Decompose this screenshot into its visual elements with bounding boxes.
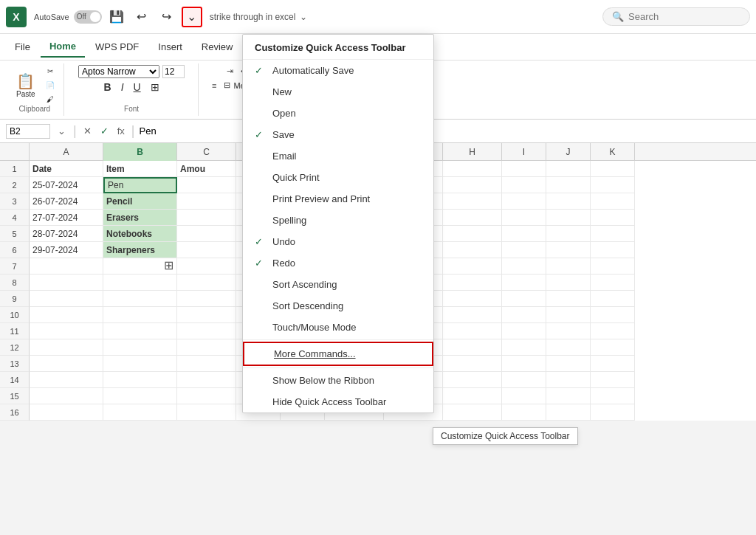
cell-b15[interactable] bbox=[103, 388, 177, 404]
undo-button[interactable]: ↩ bbox=[131, 7, 152, 27]
col-header-k[interactable]: K bbox=[591, 143, 635, 161]
copy-button[interactable]: 📄 bbox=[43, 80, 58, 91]
tab-insert[interactable]: Insert bbox=[149, 37, 191, 57]
cell-h2[interactable] bbox=[443, 177, 502, 193]
italic-button[interactable]: I bbox=[117, 80, 128, 94]
cell-j1[interactable] bbox=[546, 161, 591, 177]
cell-i13[interactable] bbox=[502, 356, 546, 372]
cell-i14[interactable] bbox=[502, 372, 546, 388]
format-painter-button[interactable]: 🖌 bbox=[43, 94, 58, 105]
cell-k13[interactable] bbox=[591, 356, 635, 372]
cell-c6[interactable] bbox=[177, 242, 236, 258]
cell-j5[interactable] bbox=[546, 226, 591, 242]
cell-h1[interactable] bbox=[443, 161, 502, 177]
font-family-select[interactable]: Aptos Narrow bbox=[78, 65, 159, 78]
cell-h7[interactable] bbox=[443, 258, 502, 275]
cell-c13[interactable] bbox=[177, 356, 236, 372]
cell-j16[interactable] bbox=[546, 404, 591, 421]
cell-j2[interactable] bbox=[546, 177, 591, 193]
insert-function-icon[interactable]: fx bbox=[115, 125, 127, 137]
cell-b1[interactable]: Item bbox=[103, 161, 177, 177]
cell-h14[interactable] bbox=[443, 372, 502, 388]
dropdown-item-undo[interactable]: ✓ Undo bbox=[243, 231, 433, 252]
customize-qat-button[interactable]: ⌄ bbox=[182, 7, 202, 27]
col-header-c[interactable]: C bbox=[177, 143, 236, 161]
cell-k8[interactable] bbox=[591, 275, 635, 291]
border-button[interactable]: ⊞ bbox=[147, 80, 163, 94]
cell-h4[interactable] bbox=[443, 210, 502, 226]
cell-h12[interactable] bbox=[443, 339, 502, 356]
cell-c5[interactable] bbox=[177, 226, 236, 242]
dropdown-item-open[interactable]: Open bbox=[243, 103, 433, 124]
cell-h10[interactable] bbox=[443, 307, 502, 323]
cell-i9[interactable] bbox=[502, 291, 546, 307]
cell-j4[interactable] bbox=[546, 210, 591, 226]
cell-b16[interactable] bbox=[103, 404, 177, 421]
cell-b9[interactable] bbox=[103, 291, 177, 307]
dropdown-item-spelling[interactable]: Spelling bbox=[243, 210, 433, 231]
cell-h11[interactable] bbox=[443, 323, 502, 339]
cell-i10[interactable] bbox=[502, 307, 546, 323]
cell-c10[interactable] bbox=[177, 307, 236, 323]
cell-a5[interactable]: 28-07-2024 bbox=[30, 226, 103, 242]
cell-k11[interactable] bbox=[591, 323, 635, 339]
cell-h9[interactable] bbox=[443, 291, 502, 307]
cell-h5[interactable] bbox=[443, 226, 502, 242]
cell-i15[interactable] bbox=[502, 388, 546, 404]
col-header-i[interactable]: I bbox=[502, 143, 546, 161]
dropdown-item-sort-desc[interactable]: Sort Descending bbox=[243, 295, 433, 317]
cell-h3[interactable] bbox=[443, 193, 502, 210]
dropdown-item-more-commands[interactable]: More Commands... bbox=[243, 342, 433, 366]
cell-a8[interactable] bbox=[30, 275, 103, 291]
cell-c2[interactable] bbox=[177, 177, 236, 193]
cell-j11[interactable] bbox=[546, 323, 591, 339]
cell-j9[interactable] bbox=[546, 291, 591, 307]
cell-i12[interactable] bbox=[502, 339, 546, 356]
cell-j8[interactable] bbox=[546, 275, 591, 291]
cell-k1[interactable] bbox=[591, 161, 635, 177]
cell-c4[interactable] bbox=[177, 210, 236, 226]
col-header-a[interactable]: A bbox=[30, 143, 103, 161]
dropdown-item-hide-qat[interactable]: Hide Quick Access Toolbar bbox=[243, 391, 433, 413]
cell-k4[interactable] bbox=[591, 210, 635, 226]
cell-k3[interactable] bbox=[591, 193, 635, 210]
cell-c11[interactable] bbox=[177, 323, 236, 339]
cell-a3[interactable]: 26-07-2024 bbox=[30, 193, 103, 210]
cell-b14[interactable] bbox=[103, 372, 177, 388]
cell-j10[interactable] bbox=[546, 307, 591, 323]
cell-c12[interactable] bbox=[177, 339, 236, 356]
cell-c9[interactable] bbox=[177, 291, 236, 307]
cell-i11[interactable] bbox=[502, 323, 546, 339]
cell-b3[interactable]: Pencil bbox=[103, 193, 177, 210]
cell-b6[interactable]: Sharpeners bbox=[103, 242, 177, 258]
cell-a13[interactable] bbox=[30, 356, 103, 372]
cell-k5[interactable] bbox=[591, 226, 635, 242]
cell-c14[interactable] bbox=[177, 372, 236, 388]
cell-h8[interactable] bbox=[443, 275, 502, 291]
dropdown-item-save[interactable]: ✓ Save bbox=[243, 124, 433, 145]
dropdown-item-show-below[interactable]: Show Below the Ribbon bbox=[243, 370, 433, 391]
cell-i7[interactable] bbox=[502, 258, 546, 275]
col-header-j[interactable]: J bbox=[546, 143, 591, 161]
cell-a6[interactable]: 29-07-2024 bbox=[30, 242, 103, 258]
cell-b13[interactable] bbox=[103, 356, 177, 372]
cell-j6[interactable] bbox=[546, 242, 591, 258]
cell-a12[interactable] bbox=[30, 339, 103, 356]
cell-k12[interactable] bbox=[591, 339, 635, 356]
cell-j14[interactable] bbox=[546, 372, 591, 388]
cell-j3[interactable] bbox=[546, 193, 591, 210]
cell-a16[interactable] bbox=[30, 404, 103, 421]
expand-cell-ref-button[interactable]: ⌄ bbox=[55, 125, 69, 137]
confirm-formula-icon[interactable]: ✓ bbox=[98, 125, 111, 137]
cell-i1[interactable] bbox=[502, 161, 546, 177]
tab-home[interactable]: Home bbox=[41, 36, 85, 58]
cell-i5[interactable] bbox=[502, 226, 546, 242]
underline-button[interactable]: U bbox=[130, 80, 145, 94]
dropdown-item-touch-mode[interactable]: Touch/Mouse Mode bbox=[243, 317, 433, 338]
tab-review[interactable]: Review bbox=[193, 37, 242, 57]
cell-h16[interactable] bbox=[443, 404, 502, 421]
cell-b8[interactable] bbox=[103, 275, 177, 291]
dropdown-item-redo[interactable]: ✓ Redo bbox=[243, 252, 433, 274]
cell-j7[interactable] bbox=[546, 258, 591, 275]
tab-file[interactable]: File bbox=[6, 37, 39, 57]
